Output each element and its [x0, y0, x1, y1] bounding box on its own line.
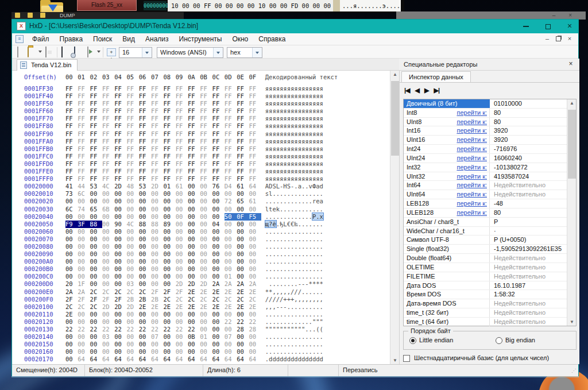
hex-byte-cell[interactable]: 00 — [65, 235, 78, 243]
hex-byte-cell[interactable]: 00 — [151, 243, 163, 250]
hex-byte-cell[interactable]: 00 — [188, 311, 200, 318]
hex-byte-cell[interactable]: 00 — [163, 273, 175, 280]
hex-byte-cell[interactable]: FF — [139, 122, 151, 130]
hex-byte-cell[interactable]: FF — [65, 138, 78, 145]
hex-byte-cell[interactable]: 00 — [102, 311, 114, 318]
hex-byte-cell[interactable]: 00 — [237, 348, 249, 356]
hex-byte-cell[interactable]: 00 — [200, 221, 212, 228]
hex-byte-cell[interactable]: FF — [212, 138, 225, 145]
hex-byte-cell[interactable]: 00 — [114, 280, 126, 288]
open-file-icon[interactable] — [27, 47, 37, 57]
decoded-text[interactable]: ................ — [265, 243, 323, 250]
hex-byte-cell[interactable]: 2E — [249, 288, 261, 296]
open-dropdown-icon[interactable] — [38, 51, 42, 55]
hex-byte-cell[interactable]: 2D — [176, 280, 188, 288]
hex-byte-cell[interactable]: 00 — [90, 198, 102, 205]
hex-byte-cell[interactable]: FF — [163, 160, 175, 168]
export-dropdown-icon[interactable] — [97, 51, 100, 55]
type-value[interactable]: Недействительно — [491, 181, 567, 190]
hex-byte-cell[interactable]: FF — [90, 138, 102, 145]
hex-byte-cell[interactable]: 64 — [176, 356, 188, 363]
hex-byte-cell[interactable]: FF — [176, 115, 188, 122]
hex-byte-cell[interactable]: FF — [78, 130, 90, 138]
hex-byte-cell[interactable]: FF — [151, 85, 163, 92]
hex-byte-cell[interactable]: 00 — [176, 341, 188, 348]
hex-byte-cell[interactable]: FF — [200, 153, 212, 160]
type-value[interactable]: Недействительно — [491, 318, 567, 326]
hex-byte-cell[interactable]: 00 — [114, 228, 126, 235]
hex-byte-cell[interactable]: 00 — [176, 190, 188, 198]
hex-byte-cell[interactable]: 48 — [126, 183, 138, 190]
hex-byte-cell[interactable]: FF — [225, 100, 237, 107]
hex-byte-cell[interactable]: FF — [126, 107, 138, 115]
hex-byte-cell[interactable]: 00 — [249, 348, 261, 356]
hex-byte-cell[interactable]: FF — [200, 115, 212, 122]
hex-byte-cell[interactable]: 64 — [114, 356, 126, 363]
hex-byte-cell[interactable]: 00 — [151, 318, 163, 326]
hex-byte-cell[interactable]: FF — [151, 100, 163, 107]
inspector-row[interactable]: Дата DOS16.10.1987 — [404, 281, 576, 291]
hex-byte-cell[interactable]: 64 — [249, 183, 261, 190]
decoded-text[interactable]: яяяяяяяяяяяяяяяя — [265, 85, 323, 92]
hex-byte-cell[interactable]: 2F — [176, 288, 188, 296]
hex-byte-cell[interactable]: 2F — [65, 296, 78, 303]
hex-byte-cell[interactable]: FF — [126, 92, 138, 100]
hex-byte-cell[interactable]: 00 — [151, 341, 163, 348]
decoded-text[interactable]: ................ — [265, 311, 323, 318]
inspector-row[interactable]: Время DOS1:58:32 — [404, 290, 576, 299]
hex-byte-cell[interactable]: 00 — [225, 341, 237, 348]
hex-byte-cell[interactable]: 00 — [102, 243, 114, 250]
hex-byte-cell[interactable]: 22 — [237, 318, 249, 326]
hex-byte-cell[interactable]: 00 — [237, 273, 249, 280]
hex-byte-cell[interactable]: 00 — [139, 280, 151, 288]
first-byte-icon[interactable]: |◀ — [404, 87, 410, 96]
hex-byte-cell[interactable]: F9 — [65, 221, 78, 228]
hex-byte-cell[interactable]: 6B — [102, 206, 114, 213]
hex-byte-cell[interactable]: 2C — [139, 288, 151, 296]
hex-byte-cell[interactable]: FF — [200, 122, 212, 130]
hex-byte-cell[interactable]: 00 — [90, 333, 102, 341]
hex-byte-cell[interactable]: 00 — [151, 235, 163, 243]
hex-byte-cell[interactable]: FF — [163, 115, 175, 122]
hex-byte-cell[interactable]: 00 — [102, 348, 114, 356]
hex-byte-cell[interactable]: 00 — [126, 250, 138, 258]
hex-byte-cell[interactable]: 00 — [78, 228, 90, 235]
decoded-text[interactable]: яяяяяяяяяяяяяяяя — [265, 100, 323, 107]
hex-byte-cell[interactable]: FF — [114, 92, 126, 100]
hex-byte-cell[interactable]: 00 — [139, 243, 151, 250]
hex-byte-cell[interactable]: FF — [78, 175, 90, 183]
decoded-text[interactable]: яяяяяяяяяяяяяяяя — [265, 107, 323, 115]
hex-byte-cell[interactable]: FF — [126, 115, 138, 122]
inspector-row[interactable]: Int64перейти к:Недействительно — [404, 181, 576, 190]
hex-byte-cell[interactable]: 2E — [200, 288, 212, 296]
hex-byte-cell[interactable]: 00 — [249, 190, 261, 198]
chevron-down-icon[interactable] — [252, 48, 262, 57]
inspector-row[interactable]: time_t (64 бит)Недействительно — [404, 318, 576, 327]
hex-byte-cell[interactable]: 00 — [188, 235, 200, 243]
hex-byte-cell[interactable]: 00 — [65, 333, 78, 341]
hex-byte-cell[interactable]: 4C — [102, 183, 114, 190]
hex-byte-cell[interactable]: 22 — [225, 318, 237, 326]
hex-byte-cell[interactable]: FF — [102, 85, 114, 92]
hex-byte-cell[interactable]: FF — [65, 130, 78, 138]
hex-byte-cell[interactable]: 64 — [90, 356, 102, 363]
hex-byte-cell[interactable]: FF — [225, 145, 237, 153]
hex-byte-cell[interactable]: FF — [188, 122, 200, 130]
type-value[interactable]: -716976 — [491, 145, 567, 153]
hex-byte-cell[interactable]: 00 — [188, 318, 200, 326]
hex-byte-cell[interactable]: FF — [102, 175, 114, 183]
hex-byte-cell[interactable]: FF — [200, 138, 212, 145]
hex-byte-cell[interactable]: FF — [200, 168, 212, 175]
hex-byte-cell[interactable]: 2C — [65, 303, 78, 311]
hex-byte-cell[interactable]: 2B — [126, 296, 138, 303]
hex-byte-cell[interactable]: FF — [114, 85, 126, 92]
hex-byte-cell[interactable]: FF — [237, 130, 249, 138]
hex-byte-cell[interactable]: D4 — [225, 183, 237, 190]
goto-link[interactable]: перейти к: — [457, 136, 487, 144]
hex-byte-cell[interactable]: FF — [163, 85, 175, 92]
hex-byte-cell[interactable]: 00 — [200, 206, 212, 213]
hex-byte-cell[interactable]: 01 — [200, 333, 212, 341]
hex-byte-cell[interactable]: 2D — [102, 303, 114, 311]
hex-byte-cell[interactable]: 2F — [163, 288, 175, 296]
hex-byte-cell[interactable]: FF — [225, 160, 237, 168]
